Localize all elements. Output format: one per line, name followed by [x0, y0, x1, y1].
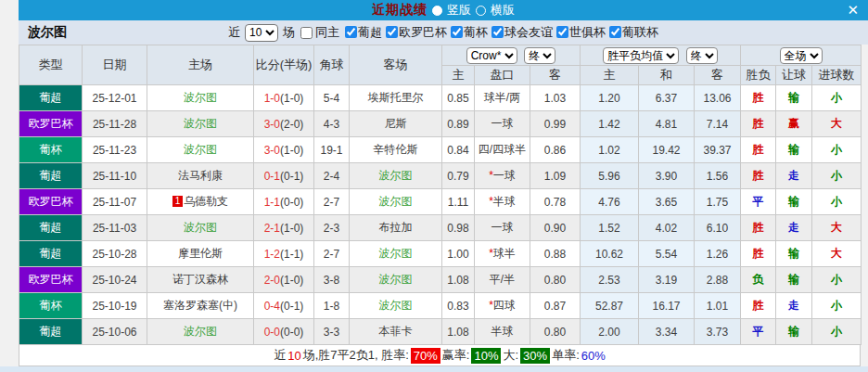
score-cell: 3-0(1-0) [254, 137, 314, 163]
goals-result-cell: 小 [812, 189, 862, 215]
handicap-text: 球半/两 [484, 91, 520, 104]
home-team[interactable]: 波尔图 [147, 215, 254, 241]
league-checkbox[interactable] [451, 26, 463, 38]
handicap-text: 一球 [491, 221, 514, 234]
handicap-result-cell: 赢 [776, 111, 812, 137]
away-team[interactable]: 波尔图 [350, 241, 442, 267]
league-checkbox[interactable] [386, 26, 398, 38]
handicap-result-cell: 输 [776, 85, 812, 111]
handicap-result-cell: 输 [776, 189, 812, 215]
header-row-groups: 类型 日期 主场 比分(半场) 角球 客场 Crow* 终 胜平负均值 终 [19, 45, 862, 66]
corners-cell: 3-8 [314, 267, 350, 293]
home-team[interactable]: 法马利康 [147, 163, 254, 189]
away-team-name: 本菲卡 [379, 325, 413, 338]
home-team[interactable]: 塞洛罗森塞(中) [147, 293, 254, 319]
outcome-cell: 平 [741, 189, 776, 215]
score-fulltime: 1-2 [264, 248, 280, 261]
avg-away: 39.37 [695, 137, 741, 163]
water-away: 0.88 [530, 241, 581, 267]
score-halftime: (1-0) [280, 222, 303, 235]
away-team[interactable]: 波尔图 [350, 163, 442, 189]
league-checkbox[interactable] [609, 26, 621, 38]
away-team-name: 波尔图 [379, 247, 413, 260]
away-team[interactable]: 辛特伦斯 [350, 137, 442, 163]
match-date: 25-12-01 [83, 85, 147, 111]
score-fulltime: 0-0 [264, 326, 280, 339]
goals-result-cell: 大 [812, 111, 862, 137]
away-team[interactable]: 埃斯托里尔 [350, 85, 442, 111]
score-halftime: (0-1) [280, 170, 303, 183]
home-team[interactable]: 波尔图 [147, 319, 254, 345]
home-team[interactable]: 诺丁汉森林 [147, 267, 254, 293]
avg-draw: 4.81 [639, 111, 695, 137]
panel-title: 近期战绩 [372, 2, 428, 19]
goals-result-cell: 大 [812, 241, 862, 267]
water-away: 0.80 [530, 319, 581, 345]
avg-period-select[interactable]: 终 [686, 47, 718, 64]
vertical-layout-radio[interactable] [432, 6, 442, 16]
score-halftime: (2-0) [280, 118, 303, 131]
match-date: 25-11-23 [83, 137, 147, 163]
avg-home: 5.96 [581, 163, 639, 189]
handicap-result-cell: 输 [776, 267, 812, 293]
outcome-cell: 胜 [741, 111, 776, 137]
league-badge: 葡超 [19, 85, 83, 111]
water-away: 0.78 [530, 189, 581, 215]
odds-group-header: Crow* 终 [442, 45, 581, 66]
handicap-cell: *半球 [475, 189, 530, 215]
same-home-checkbox[interactable] [300, 27, 313, 39]
avg-home: 4.76 [581, 189, 639, 215]
handicap-text: 球半 [493, 247, 516, 260]
corners-cell: 5-4 [314, 85, 350, 111]
filterbar: 波尔图 近 10 场 同主 葡超欧罗巴杯葡杯球会友谊世俱杯葡联杯 [19, 20, 868, 45]
col-goals: 进球数 [812, 66, 862, 85]
home-team[interactable]: 1乌德勒支 [147, 189, 254, 215]
avg-away: 1.56 [695, 163, 741, 189]
handicap-result-cell: 输 [776, 137, 812, 163]
home-team[interactable]: 摩里伦斯 [147, 241, 254, 267]
close-icon[interactable]: ✕ [847, 1, 859, 19]
odds-period-select[interactable]: 终 [524, 47, 555, 64]
odds-company-select[interactable]: Crow* [466, 47, 517, 64]
home-team-name: 塞洛罗森塞(中) [163, 299, 237, 312]
match-row: 葡杯25-10-19塞洛罗森塞(中)0-4(0-1)1-8波尔图0.83*四球0… [19, 293, 862, 319]
away-team[interactable]: 尼斯 [350, 111, 442, 137]
score-fulltime: 3-0 [264, 118, 280, 131]
avg-draw: 16.17 [639, 293, 695, 319]
handicap-cell: 一球 [475, 215, 530, 241]
league-checkbox[interactable] [345, 26, 357, 38]
home-team-name: 法马利康 [178, 169, 223, 182]
away-team[interactable]: 本菲卡 [350, 319, 442, 345]
corners-cell: 2-4 [314, 163, 350, 189]
col-corner: 角球 [314, 45, 350, 85]
win-rate-badge: 70% [411, 348, 440, 364]
avg-type-select[interactable]: 胜平负均值 [603, 47, 679, 64]
outcome-cell: 负 [741, 267, 776, 293]
avg-away: 1.01 [695, 293, 741, 319]
horizontal-layout-label: 横版 [491, 2, 515, 19]
water-home: 1.08 [442, 319, 475, 345]
away-team[interactable]: 波尔图 [350, 293, 442, 319]
away-team[interactable]: 波尔图 [350, 189, 442, 215]
col-score: 比分(半场) [254, 45, 314, 85]
away-team[interactable]: 波尔图 [350, 267, 442, 293]
titlebar: 近期战绩 竖版 横版 ✕ [19, 0, 868, 20]
col-handicap: 盘口 [475, 66, 530, 85]
single-rate: 60% [581, 349, 606, 363]
home-team[interactable]: 波尔图 [147, 85, 254, 111]
handicap-result-cell: 输 [776, 319, 812, 345]
match-count-select[interactable]: 10 [245, 24, 278, 42]
away-team[interactable]: 布拉加 [350, 215, 442, 241]
water-home: 0.84 [442, 137, 475, 163]
avg-home: 52.87 [581, 293, 639, 319]
water-away: 0.86 [530, 137, 581, 163]
avg-home: 1.52 [581, 215, 639, 241]
league-checkbox[interactable] [556, 26, 568, 38]
scope-select[interactable]: 全场 [780, 47, 823, 64]
summary-count: 10 [287, 349, 300, 363]
league-checkbox[interactable] [491, 26, 504, 38]
handicap-text: 平/半 [490, 273, 515, 286]
home-team[interactable]: 波尔图 [147, 137, 254, 163]
home-team[interactable]: 波尔图 [147, 111, 254, 137]
horizontal-layout-radio[interactable] [476, 6, 486, 16]
